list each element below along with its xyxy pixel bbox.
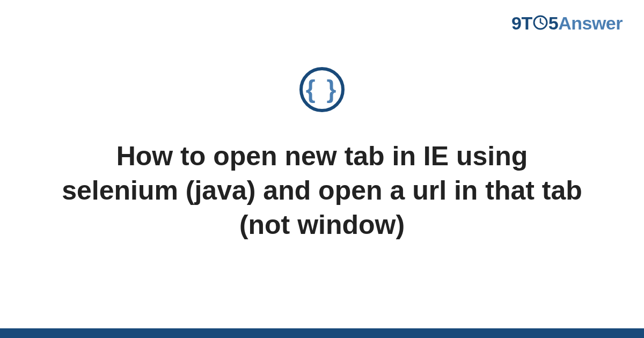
logo-t: T (521, 13, 532, 33)
logo-clock-icon (533, 13, 548, 34)
footer-bar (0, 328, 644, 338)
category-icon-circle: { } (299, 67, 345, 112)
code-braces-icon: { } (306, 77, 339, 101)
question-title: How to open new tab in IE using selenium… (59, 139, 585, 242)
site-logo: 9T5Answer (511, 13, 623, 35)
logo-answer: Answer (558, 13, 623, 33)
logo-five: 5 (548, 13, 558, 33)
main-content: { } How to open new tab in IE using sele… (0, 67, 644, 242)
logo-nine: 9 (511, 13, 521, 33)
svg-line-2 (540, 23, 543, 24)
